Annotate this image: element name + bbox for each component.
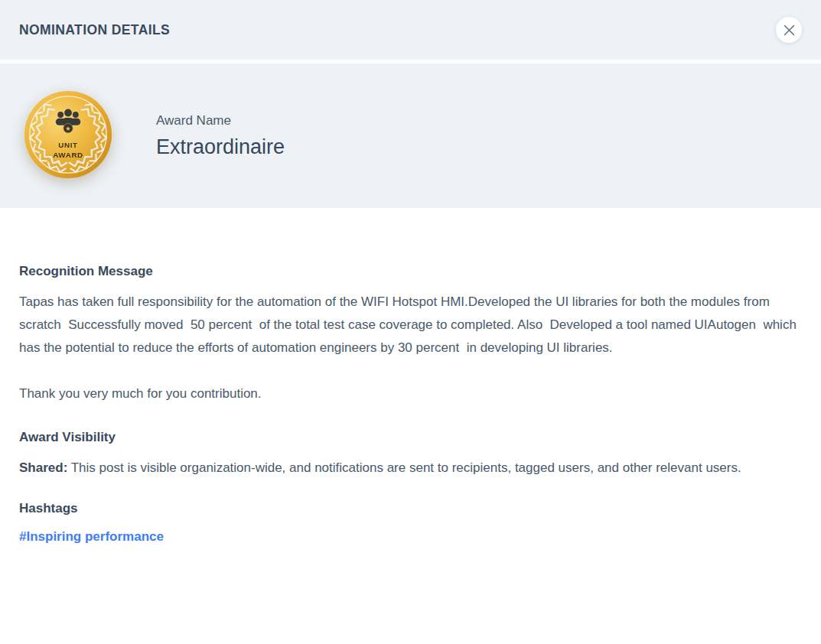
page-title: NOMINATION DETAILS xyxy=(19,22,170,38)
hashtag-link[interactable]: #Inspiring performance xyxy=(19,529,164,545)
close-button[interactable] xyxy=(776,17,802,43)
visibility-mode-label: Shared: xyxy=(19,460,67,475)
hashtags-heading: Hashtags xyxy=(19,501,802,516)
nomination-content: Recognition Message Tapas has taken full… xyxy=(0,264,821,545)
close-icon xyxy=(784,24,795,36)
recognition-thanks-text: Thank you very much for you contribution… xyxy=(19,382,802,405)
visibility-description: This post is visible organization-wide, … xyxy=(67,460,741,475)
star-icon: ★ xyxy=(65,124,70,132)
medal-icon: ★ UNIT AWARD xyxy=(23,89,113,180)
medal-label-line2: AWARD xyxy=(53,150,83,158)
unit-award-medal: ★ UNIT AWARD xyxy=(23,89,113,183)
nomination-details-modal: NOMINATION DETAILS xyxy=(0,0,821,644)
award-text-block: Award Name Extraordinaire xyxy=(156,113,285,159)
award-visibility-text: Shared: This post is visible organizatio… xyxy=(19,457,802,480)
recognition-message-heading: Recognition Message xyxy=(19,264,802,279)
medal-label-line1: UNIT xyxy=(58,140,77,148)
award-visibility-heading: Award Visibility xyxy=(19,430,802,445)
recognition-message-text: Tapas has taken full responsibility for … xyxy=(19,291,802,359)
modal-header: NOMINATION DETAILS xyxy=(0,0,821,60)
award-name-label: Award Name xyxy=(156,113,285,128)
award-name-value: Extraordinaire xyxy=(156,135,285,159)
award-summary-band: ★ UNIT AWARD Award Name Extraordinaire xyxy=(0,63,821,208)
